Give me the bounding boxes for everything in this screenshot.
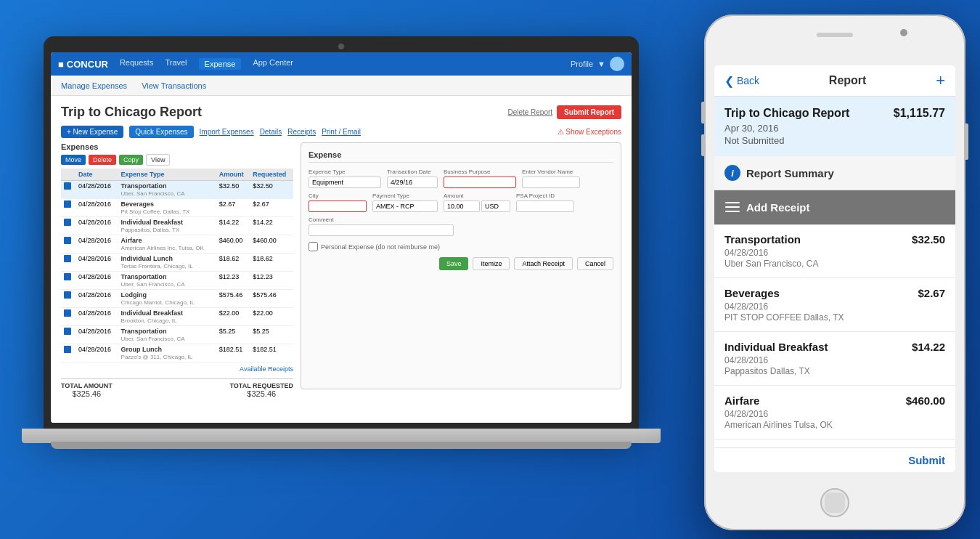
add-receipt-row[interactable]: Add Receipt xyxy=(714,190,955,224)
view-button[interactable]: View xyxy=(146,154,170,166)
business-purpose-input[interactable] xyxy=(444,177,516,188)
expense-item-amount: $32.50 xyxy=(912,233,945,246)
add-icon[interactable]: + xyxy=(936,73,945,89)
nav-title: Report xyxy=(829,74,867,87)
save-button[interactable]: Save xyxy=(439,257,469,270)
row-check xyxy=(61,199,75,217)
table-row[interactable]: 04/28/2016 Beverages Pit Stop Coffee, Da… xyxy=(61,199,293,217)
available-receipts[interactable]: Available Receipts xyxy=(61,365,293,373)
row-type: Group Lunch Pazzo's @ 311, Chicago, IL xyxy=(118,344,216,362)
expense-item-type: Individual Breakfast xyxy=(724,341,828,353)
phone-home-button[interactable] xyxy=(820,488,849,517)
row-requested: $18.62 xyxy=(250,254,293,272)
list-item[interactable]: Airfare $460.00 04/28/2016 American Airl… xyxy=(714,386,955,439)
table-row[interactable]: 04/28/2016 Transportation Uber, San Fran… xyxy=(61,272,293,290)
show-exceptions[interactable]: ⚠ Show Exceptions xyxy=(558,128,622,136)
print-button[interactable]: Print / Email xyxy=(322,128,361,136)
expense-type-input[interactable] xyxy=(309,177,381,188)
psa-project-input[interactable] xyxy=(516,200,574,212)
row-type: Transportation Uber, San Francisco, CA xyxy=(118,272,216,290)
nav-item-appcenter[interactable]: App Center xyxy=(253,58,293,70)
receipts-button[interactable]: Receipts xyxy=(287,128,316,136)
copy-button[interactable]: Copy xyxy=(119,155,143,165)
row-amount: $460.00 xyxy=(216,235,250,254)
row-type: Transportation Uber, San Francisco, CA xyxy=(118,181,216,199)
table-row[interactable]: 04/28/2016 Individual Breakfast Brookton… xyxy=(61,308,293,326)
total-amount-value: $325.46 xyxy=(72,389,101,398)
row-check xyxy=(61,344,75,362)
sub-nav-transactions[interactable]: View Transactions xyxy=(142,81,206,90)
new-expense-button[interactable]: + New Expense xyxy=(61,126,123,138)
laptop-base xyxy=(22,429,661,443)
list-item[interactable]: Beverages $2.67 04/28/2016 PIT STOP COFF… xyxy=(714,278,955,332)
profile-label[interactable]: Profile xyxy=(571,60,593,68)
expenses-section: Expenses Move Delete Copy View xyxy=(61,142,621,389)
phone-screen: ❮ Back Report + Trip to Chicago Report $… xyxy=(714,65,955,472)
payment-type-select[interactable]: AMEX - RCP xyxy=(372,200,438,212)
phone-submit-button[interactable]: Submit xyxy=(908,454,945,466)
row-requested: $22.00 xyxy=(250,308,293,326)
row-type: Individual Breakfast Pappasitos, Dallas,… xyxy=(118,217,216,235)
laptop-camera xyxy=(338,44,344,49)
table-row[interactable]: 04/28/2016 Transportation Uber, San Fran… xyxy=(61,181,293,199)
details-button[interactable]: Details xyxy=(260,128,282,136)
comment-input[interactable] xyxy=(309,224,454,236)
move-button[interactable]: Move xyxy=(61,155,86,165)
currency-select[interactable]: USD xyxy=(481,200,510,212)
phone-speaker xyxy=(817,33,853,37)
total-amount-label: TOTAL AMOUNT xyxy=(61,382,113,389)
attach-receipt-button[interactable]: Attach Receipt xyxy=(514,257,573,270)
itemize-button[interactable]: Itemize xyxy=(473,257,510,270)
delete-report-button[interactable]: Delete Report xyxy=(507,105,552,119)
submit-report-button[interactable]: Submit Report xyxy=(557,105,621,119)
row-amount: $14.22 xyxy=(216,217,250,235)
business-purpose-label: Business Purpose xyxy=(444,169,516,175)
row-amount: $2.67 xyxy=(216,199,250,217)
back-button[interactable]: ❮ Back xyxy=(724,74,759,88)
cancel-button[interactable]: Cancel xyxy=(577,257,613,270)
table-row[interactable]: 04/28/2016 Individual Lunch Tortas Front… xyxy=(61,254,293,272)
svg-rect-1 xyxy=(725,206,740,208)
table-row[interactable]: 04/28/2016 Lodging Chicago Marriot, Chic… xyxy=(61,290,293,308)
concur-nav: ■ CONCUR Requests Travel Expense App Cen… xyxy=(51,52,632,76)
amount-input[interactable] xyxy=(444,200,480,212)
list-item[interactable]: Transportation $32.50 04/28/2016 Uber Sa… xyxy=(714,224,955,278)
nav-item-requests[interactable]: Requests xyxy=(120,58,153,70)
nav-item-travel[interactable]: Travel xyxy=(165,58,187,70)
phone-body: ❮ Back Report + Trip to Chicago Report $… xyxy=(704,15,965,530)
concur-sub-nav: Manage Expenses View Transactions xyxy=(51,76,632,96)
quick-expenses-button[interactable]: Quick Expenses xyxy=(129,126,193,138)
expense-item-vendor: Uber San Francisco, CA xyxy=(724,259,945,269)
table-row[interactable]: 04/28/2016 Transportation Uber, San Fran… xyxy=(61,326,293,344)
transaction-date-input[interactable] xyxy=(387,177,438,188)
report-summary-label: Report Summary xyxy=(746,167,834,179)
expense-item-date: 04/28/2016 xyxy=(724,355,945,365)
delete-button[interactable]: Delete xyxy=(89,155,116,165)
row-check xyxy=(61,235,75,254)
expense-item-type: Airfare xyxy=(724,394,759,407)
form-row-2: City Payment Type AMEX - RCP xyxy=(309,192,613,212)
expense-item-amount: $460.00 xyxy=(906,394,945,407)
report-summary-row[interactable]: i Report Summary xyxy=(714,156,955,190)
row-requested: $12.23 xyxy=(250,272,293,290)
import-expenses-button[interactable]: Import Expenses xyxy=(200,128,254,136)
nav-item-expense[interactable]: Expense xyxy=(199,58,242,70)
list-item[interactable]: Individual Breakfast $14.22 04/28/2016 P… xyxy=(714,332,955,386)
personal-expense-checkbox[interactable] xyxy=(309,242,318,251)
vendor-name-input[interactable] xyxy=(522,177,580,188)
expense-item-date: 04/28/2016 xyxy=(724,301,945,312)
sub-nav-manage[interactable]: Manage Expenses xyxy=(61,81,127,90)
row-check xyxy=(61,290,75,308)
table-row[interactable]: 04/28/2016 Individual Breakfast Pappasit… xyxy=(61,217,293,235)
table-row[interactable]: 04/28/2016 Airfare American Airlines Inc… xyxy=(61,235,293,254)
city-input[interactable] xyxy=(309,200,367,212)
row-type: Airfare American Airlines Inc, Tulsa, OK xyxy=(118,235,216,254)
expense-item-vendor: American Airlines Tulsa, OK xyxy=(724,420,945,430)
total-requested-value: $325.46 xyxy=(247,389,276,398)
phone-camera xyxy=(900,29,907,36)
svg-rect-2 xyxy=(725,211,740,212)
phone-report-info: Trip to Chicago Report $1,115.77 Apr 30,… xyxy=(714,97,955,156)
amount-group: Amount USD xyxy=(444,192,510,212)
row-check xyxy=(61,272,75,290)
table-row[interactable]: 04/28/2016 Group Lunch Pazzo's @ 311, Ch… xyxy=(61,344,293,362)
